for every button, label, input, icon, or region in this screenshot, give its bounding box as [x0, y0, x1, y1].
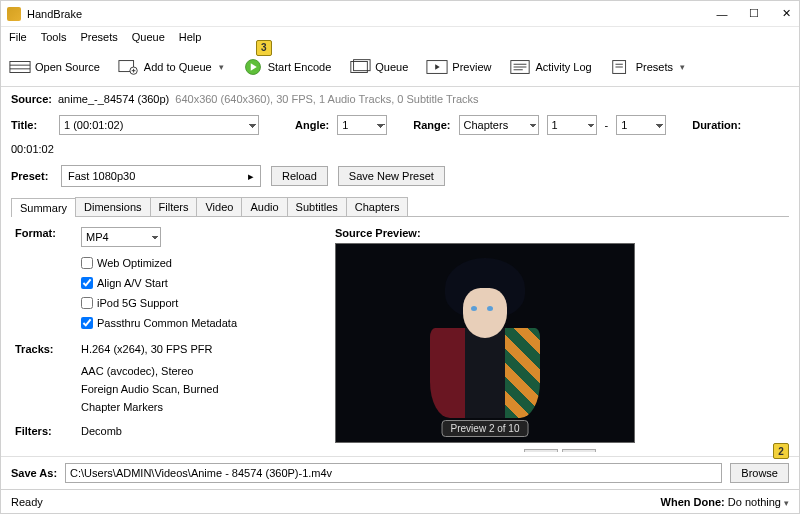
menubar: File Tools Presets Queue Help: [1, 27, 799, 47]
minimize-button[interactable]: ―: [715, 7, 729, 21]
toolbar: Open Source Add to Queue Start Encode 3 …: [1, 47, 799, 87]
open-source-button[interactable]: Open Source: [9, 58, 100, 76]
preview-button[interactable]: Preview: [426, 58, 491, 76]
activity-log-button[interactable]: Activity Log: [509, 58, 591, 76]
source-preview: Preview 2 of 10: [335, 243, 635, 443]
filters-value: Decomb: [81, 425, 122, 437]
tab-audio[interactable]: Audio: [241, 197, 287, 216]
range-dash: -: [605, 119, 609, 131]
activity-icon: [509, 58, 531, 76]
start-encode-button[interactable]: Start Encode 3: [242, 58, 332, 76]
svg-marker-12: [436, 64, 441, 70]
ipod-checkbox[interactable]: iPod 5G Support: [81, 297, 315, 309]
tab-summary[interactable]: Summary: [11, 198, 76, 217]
when-done-select[interactable]: Do nothing: [728, 496, 789, 508]
preview-prev-button[interactable]: <: [524, 449, 558, 452]
queue-icon: [349, 58, 371, 76]
preview-heading: Source Preview:: [335, 227, 785, 239]
range-mode-select[interactable]: Chapters: [459, 115, 539, 135]
annotation-2: 2: [773, 443, 789, 459]
tab-filters[interactable]: Filters: [150, 197, 198, 216]
preview-icon: [426, 58, 448, 76]
window-title: HandBrake: [27, 8, 715, 20]
preview-counter: Preview 2 of 10: [442, 420, 529, 437]
filters-label: Filters:: [15, 425, 81, 437]
format-select[interactable]: MP4: [81, 227, 161, 247]
queue-add-icon: [118, 58, 140, 76]
preview-next-button[interactable]: >: [562, 449, 596, 452]
source-meta: 640x360 (640x360), 30 FPS, 1 Audio Track…: [175, 93, 478, 105]
preset-value: Fast 1080p30: [68, 170, 135, 182]
passthru-checkbox[interactable]: Passthru Common Metadata: [81, 317, 315, 329]
browse-button[interactable]: Browse: [730, 463, 789, 483]
save-as-path[interactable]: [65, 463, 722, 483]
start-encode-label: Start Encode: [268, 61, 332, 73]
save-as-row: Save As: Browse 2: [1, 456, 799, 489]
open-source-label: Open Source: [35, 61, 100, 73]
source-row: Source: anime_-_84574 (360p) 640x360 (64…: [1, 87, 799, 111]
align-av-checkbox[interactable]: Align A/V Start: [81, 277, 315, 289]
add-to-queue-button[interactable]: Add to Queue: [118, 58, 224, 76]
tab-dimensions[interactable]: Dimensions: [75, 197, 150, 216]
status-ready: Ready: [11, 496, 43, 508]
chevron-right-icon: ▸: [248, 170, 254, 183]
angle-select[interactable]: 1: [337, 115, 387, 135]
preset-label: Preset:: [11, 170, 51, 182]
add-to-queue-label: Add to Queue: [144, 61, 212, 73]
presets-label: Presets: [636, 61, 673, 73]
app-logo-icon: [7, 7, 21, 21]
preset-selector[interactable]: Fast 1080p30 ▸: [61, 165, 261, 187]
angle-label: Angle:: [295, 119, 329, 131]
range-to-select[interactable]: 1: [616, 115, 666, 135]
tab-chapters[interactable]: Chapters: [346, 197, 409, 216]
range-from-select[interactable]: 1: [547, 115, 597, 135]
titlebar: HandBrake ― ☐ ✕: [1, 1, 799, 27]
presets-button[interactable]: Presets: [610, 58, 685, 76]
menu-presets[interactable]: Presets: [80, 31, 117, 43]
web-optimized-checkbox[interactable]: Web Optimized: [81, 257, 315, 269]
duration-label: Duration:: [692, 119, 741, 131]
tabs: Summary Dimensions Filters Video Audio S…: [11, 197, 789, 217]
presets-icon: [610, 58, 632, 76]
title-row: Title: 1 (00:01:02) Angle: 1 Range: Chap…: [1, 111, 799, 159]
preview-label: Preview: [452, 61, 491, 73]
menu-queue[interactable]: Queue: [132, 31, 165, 43]
source-label: Source:: [11, 93, 52, 105]
menu-help[interactable]: Help: [179, 31, 202, 43]
source-icon: [9, 58, 31, 76]
tab-subtitles[interactable]: Subtitles: [287, 197, 347, 216]
preset-row: Preset: Fast 1080p30 ▸ Reload Save New P…: [1, 159, 799, 193]
duration-value: 00:01:02: [11, 143, 54, 155]
track-line-2: AAC (avcodec), Stereo: [81, 365, 315, 377]
maximize-button[interactable]: ☐: [747, 7, 761, 21]
save-as-label: Save As:: [11, 467, 57, 479]
tracks-label: Tracks:: [15, 343, 81, 355]
source-name: anime_-_84574 (360p): [58, 93, 169, 105]
queue-label: Queue: [375, 61, 408, 73]
annotation-3: 3: [256, 40, 272, 56]
title-label: Title:: [11, 119, 51, 131]
status-bar: Ready When Done: Do nothing: [1, 489, 799, 513]
close-button[interactable]: ✕: [779, 7, 793, 21]
track-line-3: Foreign Audio Scan, Burned: [81, 383, 315, 395]
when-done-label: When Done:: [661, 496, 725, 508]
play-icon: [242, 58, 264, 76]
activity-log-label: Activity Log: [535, 61, 591, 73]
track-line-1: H.264 (x264), 30 FPS PFR: [81, 343, 212, 355]
summary-pane: Format: MP4 Web Optimized Align A/V Star…: [1, 217, 799, 452]
reload-button[interactable]: Reload: [271, 166, 328, 186]
title-select[interactable]: 1 (00:01:02): [59, 115, 259, 135]
svg-rect-0: [10, 61, 30, 72]
queue-button[interactable]: Queue: [349, 58, 408, 76]
save-new-preset-button[interactable]: Save New Preset: [338, 166, 445, 186]
format-label: Format:: [15, 227, 81, 247]
tab-video[interactable]: Video: [196, 197, 242, 216]
menu-tools[interactable]: Tools: [41, 31, 67, 43]
range-label: Range:: [413, 119, 450, 131]
menu-file[interactable]: File: [9, 31, 27, 43]
preview-image: [425, 258, 545, 428]
track-line-4: Chapter Markers: [81, 401, 315, 413]
